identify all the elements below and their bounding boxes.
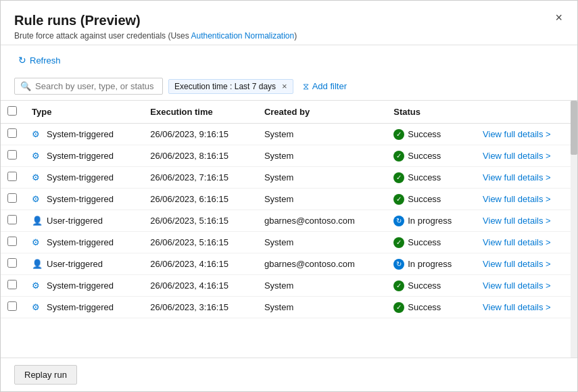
row-execution-time: 26/06/2023, 7:16:15	[143, 167, 258, 189]
subtitle-link[interactable]: Authentication Normalization	[191, 31, 294, 41]
view-full-details-link[interactable]: View full details >	[483, 194, 551, 204]
view-full-details-link[interactable]: View full details >	[483, 172, 551, 182]
gear-icon: ⚙	[32, 237, 43, 248]
row-type: ⚙System-triggered	[25, 145, 143, 167]
user-icon: 👤	[32, 259, 43, 270]
row-status: ↻In progress	[387, 210, 476, 232]
status-label: In progress	[408, 259, 452, 269]
row-type: ⚙System-triggered	[25, 232, 143, 253]
row-status: ✓Success	[387, 167, 476, 189]
refresh-label: Refresh	[30, 55, 61, 66]
row-created-by: gbarnes@contoso.com	[258, 253, 387, 275]
scrollbar-thumb[interactable]	[571, 101, 577, 155]
status-label: Success	[408, 129, 441, 139]
row-checkbox-4[interactable]	[7, 215, 17, 224]
in-progress-icon: ↻	[393, 216, 404, 226]
row-checkbox-0[interactable]	[7, 128, 17, 138]
row-execution-time: 26/06/2023, 8:16:15	[143, 145, 258, 167]
gear-icon: ⚙	[32, 172, 43, 183]
row-type: 👤User-triggered	[25, 253, 143, 275]
type-label: User-triggered	[47, 259, 103, 269]
header-status: Status	[387, 101, 476, 124]
row-checkbox-cell	[1, 167, 25, 189]
view-full-details-link[interactable]: View full details >	[483, 302, 551, 312]
row-created-by: System	[258, 167, 387, 189]
type-label: System-triggered	[47, 302, 114, 312]
row-action: View full details >	[476, 275, 577, 297]
table-body: ⚙System-triggered26/06/2023, 9:16:15Syst…	[1, 124, 577, 318]
row-type: ⚙System-triggered	[25, 275, 143, 297]
refresh-icon: ↻	[18, 55, 26, 66]
table-row: ⚙System-triggered26/06/2023, 8:16:15Syst…	[1, 145, 577, 167]
filter-chip-label: Execution time : Last 7 days	[174, 82, 276, 91]
row-checkbox-cell	[1, 189, 25, 210]
row-created-by: gbarnes@contoso.com	[258, 210, 387, 232]
row-action: View full details >	[476, 210, 577, 232]
in-progress-icon: ↻	[393, 259, 404, 270]
gear-icon: ⚙	[32, 302, 43, 313]
row-status: ✓Success	[387, 124, 476, 145]
row-action: View full details >	[476, 189, 577, 210]
table-row: 👤User-triggered26/06/2023, 5:16:15gbarne…	[1, 210, 577, 232]
filter-bar: 🔍 Execution time : Last 7 days × ⧖ Add f…	[1, 74, 577, 101]
row-execution-time: 26/06/2023, 5:16:15	[143, 232, 258, 253]
table-row: ⚙System-triggered26/06/2023, 4:16:15Syst…	[1, 275, 577, 297]
search-box[interactable]: 🔍	[14, 78, 163, 95]
row-created-by: System	[258, 232, 387, 253]
add-filter-button[interactable]: ⧖ Add filter	[299, 78, 351, 95]
success-icon: ✓	[393, 194, 404, 205]
row-checkbox-1[interactable]	[7, 150, 17, 160]
row-status: ✓Success	[387, 297, 476, 318]
row-execution-time: 26/06/2023, 3:16:15	[143, 297, 258, 318]
success-icon: ✓	[393, 129, 404, 140]
table-header-row: Type Execution time Created by Status	[1, 101, 577, 124]
row-created-by: System	[258, 275, 387, 297]
gear-icon: ⚙	[32, 194, 43, 205]
view-full-details-link[interactable]: View full details >	[483, 129, 551, 139]
row-status: ✓Success	[387, 189, 476, 210]
row-status: ✓Success	[387, 232, 476, 253]
filter-chip-close-button[interactable]: ×	[279, 82, 287, 91]
row-type: ⚙System-triggered	[25, 167, 143, 189]
row-action: View full details >	[476, 232, 577, 253]
row-action: View full details >	[476, 167, 577, 189]
row-checkbox-8[interactable]	[7, 301, 17, 311]
header-execution-time: Execution time	[143, 101, 258, 124]
table-row: 👤User-triggered26/06/2023, 4:16:15gbarne…	[1, 253, 577, 275]
row-checkbox-2[interactable]	[7, 172, 17, 181]
success-icon: ✓	[393, 237, 404, 248]
search-input[interactable]	[35, 81, 157, 91]
row-checkbox-cell	[1, 297, 25, 318]
replay-run-button[interactable]: Replay run	[14, 365, 77, 385]
row-action: View full details >	[476, 253, 577, 275]
row-checkbox-cell	[1, 210, 25, 232]
row-checkbox-5[interactable]	[7, 237, 17, 246]
status-label: Success	[408, 280, 441, 291]
type-label: User-triggered	[47, 216, 103, 226]
close-button[interactable]: ×	[551, 10, 567, 25]
gear-icon: ⚙	[32, 129, 43, 140]
header-checkbox-cell	[1, 101, 25, 124]
status-label: In progress	[408, 216, 452, 226]
row-created-by: System	[258, 145, 387, 167]
view-full-details-link[interactable]: View full details >	[483, 280, 551, 291]
success-icon: ✓	[393, 151, 404, 162]
type-label: System-triggered	[47, 151, 114, 161]
success-icon: ✓	[393, 172, 404, 183]
scrollbar-track[interactable]	[571, 101, 577, 358]
row-checkbox-3[interactable]	[7, 193, 17, 203]
dialog-footer: Replay run	[1, 358, 577, 391]
select-all-checkbox[interactable]	[7, 106, 17, 116]
row-execution-time: 26/06/2023, 9:16:15	[143, 124, 258, 145]
row-checkbox-7[interactable]	[7, 280, 17, 289]
type-label: System-triggered	[47, 237, 114, 247]
view-full-details-link[interactable]: View full details >	[483, 216, 551, 226]
dialog-title: Rule runs (Preview)	[14, 13, 564, 28]
row-checkbox-6[interactable]	[7, 258, 17, 268]
view-full-details-link[interactable]: View full details >	[483, 259, 551, 269]
view-full-details-link[interactable]: View full details >	[483, 151, 551, 161]
view-full-details-link[interactable]: View full details >	[483, 237, 551, 247]
row-execution-time: 26/06/2023, 4:16:15	[143, 275, 258, 297]
row-type: 👤User-triggered	[25, 210, 143, 232]
refresh-button[interactable]: ↻ Refresh	[14, 52, 65, 68]
